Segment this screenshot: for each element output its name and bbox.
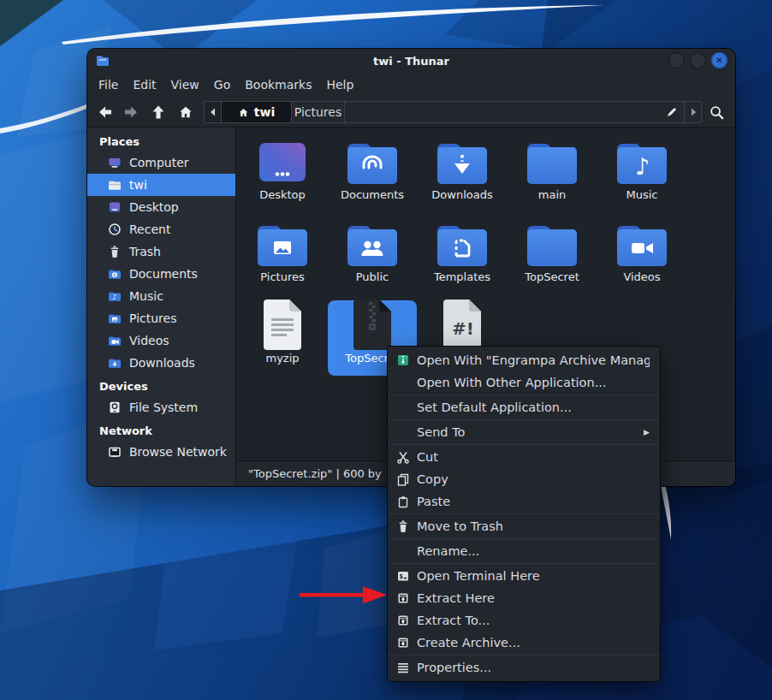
menu-item-send-to[interactable]: Send To▶ xyxy=(388,421,660,443)
file-main-3[interactable]: main xyxy=(508,137,597,212)
file-label: myzip xyxy=(265,352,299,365)
search-button[interactable] xyxy=(705,101,727,123)
script-file-icon: #! xyxy=(441,299,484,350)
menu-item-no-icon xyxy=(396,400,410,414)
file-downloads-2[interactable]: Downloads xyxy=(418,137,507,212)
file-topsecret-8[interactable]: TopSecret xyxy=(508,219,597,294)
file-music-4[interactable]: ♪Music xyxy=(597,137,686,212)
sidebar-item-trash[interactable]: Trash xyxy=(87,240,235,263)
sidebar-item-pictures[interactable]: Pictures xyxy=(87,307,235,329)
file-icon-wrap xyxy=(525,137,579,187)
properties-icon xyxy=(396,661,410,674)
close-button[interactable]: ✕ xyxy=(711,52,727,68)
file-myzip-10[interactable]: myzip xyxy=(238,300,327,376)
sidebar-item-label: File System xyxy=(129,400,198,414)
menu-item-rename[interactable]: Rename... xyxy=(388,540,660,562)
menu-item-open-terminal-here[interactable]: $Open Terminal Here xyxy=(388,565,660,587)
file-icon-wrap xyxy=(255,137,310,187)
menubar-item-view[interactable]: View xyxy=(171,78,199,92)
sidebar-item-label: Recent xyxy=(129,222,170,236)
search-icon xyxy=(709,104,725,121)
sidebar-item-videos[interactable]: Videos xyxy=(87,329,235,352)
back-button[interactable] xyxy=(94,101,116,123)
menu-separator xyxy=(388,419,660,420)
home-icon xyxy=(238,107,249,118)
sidebar-item-music[interactable]: ♪Music xyxy=(87,285,235,307)
sidebar-item-label: Trash xyxy=(129,245,161,258)
menu-item-label: Rename... xyxy=(417,544,650,558)
menu-item-no-icon xyxy=(396,425,410,439)
breadcrumb-scroll-right-button[interactable] xyxy=(684,102,701,122)
file-desktop-0[interactable]: Desktop xyxy=(238,137,327,212)
menu-item-copy[interactable]: Copy xyxy=(388,468,660,490)
menubar-item-edit[interactable]: Edit xyxy=(133,78,156,92)
menu-item-set-default-application[interactable]: Set Default Application... xyxy=(388,396,660,418)
menubar-item-go[interactable]: Go xyxy=(214,78,230,92)
sidebar-header-devices: Devices xyxy=(87,377,235,396)
sidebar-item-documents[interactable]: Documents xyxy=(87,263,235,285)
menu-item-open-with-engrampa-archive-manager[interactable]: Open With "Engrampa Archive Manager" xyxy=(388,349,660,371)
file-icon-wrap xyxy=(615,219,669,269)
sidebar-item-file-system[interactable]: File System xyxy=(87,396,235,418)
maximize-button[interactable] xyxy=(690,52,706,68)
file-templates-7[interactable]: Templates xyxy=(418,219,507,294)
file-label: Public xyxy=(356,270,389,283)
minimize-button[interactable] xyxy=(668,52,685,68)
annotation-arrow xyxy=(294,584,390,606)
breadcrumb-home-twi[interactable]: twi xyxy=(222,102,292,122)
sidebar-item-recent[interactable]: Recent xyxy=(87,218,235,240)
breadcrumb-scroll-left-button[interactable] xyxy=(205,102,222,122)
menu-item-create-archive[interactable]: Create Archive... xyxy=(388,632,660,654)
sidebar-item-desktop[interactable]: Desktop xyxy=(87,196,235,218)
titlebar[interactable]: twi - Thunar ✕ xyxy=(87,49,735,73)
menu-item-open-with-other-application[interactable]: Open With Other Application... xyxy=(388,371,660,394)
file-documents-1[interactable]: Documents xyxy=(328,137,417,212)
menu-item-label: Create Archive... xyxy=(417,636,650,650)
file-label: Desktop xyxy=(259,188,306,201)
menu-separator xyxy=(388,394,660,395)
folder-icon xyxy=(255,221,310,269)
sidebar-section: ComputertwiDesktopRecentTrashDocuments♪M… xyxy=(87,151,235,374)
menu-item-extract-to[interactable]: Extract To... xyxy=(388,609,660,632)
menu-item-extract-here[interactable]: Extract Here xyxy=(388,587,660,609)
up-button[interactable] xyxy=(147,101,169,123)
folder-downloads-icon xyxy=(108,356,122,370)
menu-separator xyxy=(388,444,660,445)
edit-path-button[interactable] xyxy=(658,102,684,122)
breadcrumb-pictures[interactable]: Pictures xyxy=(292,102,345,122)
menu-item-cut[interactable]: Cut xyxy=(388,446,660,468)
folder-music-icon: ♪ xyxy=(108,289,122,303)
extract-icon xyxy=(396,591,410,605)
menubar-item-bookmarks[interactable]: Bookmarks xyxy=(245,78,312,92)
sidebar-item-computer[interactable]: Computer xyxy=(87,151,235,174)
sidebar-item-twi[interactable]: twi xyxy=(87,174,235,196)
file-label: main xyxy=(538,188,566,201)
menu-item-label: Extract To... xyxy=(417,614,650,627)
menu-item-label: Copy xyxy=(417,472,650,486)
menu-item-no-icon xyxy=(396,376,410,389)
forward-button[interactable] xyxy=(120,101,142,123)
context-menu: Open With "Engrampa Archive Manager"Open… xyxy=(387,346,661,682)
home-button[interactable] xyxy=(175,101,197,123)
sidebar-item-downloads[interactable]: Downloads xyxy=(87,352,235,374)
path-empty-area[interactable] xyxy=(345,102,658,122)
file-icon-wrap xyxy=(255,219,310,269)
text-file-icon xyxy=(261,299,304,350)
file-public-6[interactable]: Public xyxy=(328,219,417,294)
sidebar-item-browse-network[interactable]: Browse Network xyxy=(87,441,235,463)
folder-icon xyxy=(345,139,400,187)
cut-icon xyxy=(396,450,410,464)
terminal-icon: $ xyxy=(396,569,410,583)
file-label: Videos xyxy=(623,270,660,283)
menubar-item-file[interactable]: File xyxy=(98,78,118,92)
file-pictures-5[interactable]: Pictures xyxy=(238,219,327,294)
file-videos-9[interactable]: Videos xyxy=(597,219,686,294)
menu-item-properties[interactable]: Properties... xyxy=(388,656,660,679)
desktop: twi - Thunar ✕ FileEditViewGoBookmarksHe… xyxy=(0,0,772,700)
sidebar-item-label: Music xyxy=(129,289,163,303)
folder-pictures-icon xyxy=(108,311,122,325)
menubar-item-help[interactable]: Help xyxy=(326,78,353,92)
menu-item-move-to-trash[interactable]: Move to Trash xyxy=(388,515,660,537)
menu-item-label: Cut xyxy=(417,450,650,464)
menu-item-paste[interactable]: Paste xyxy=(388,490,660,513)
